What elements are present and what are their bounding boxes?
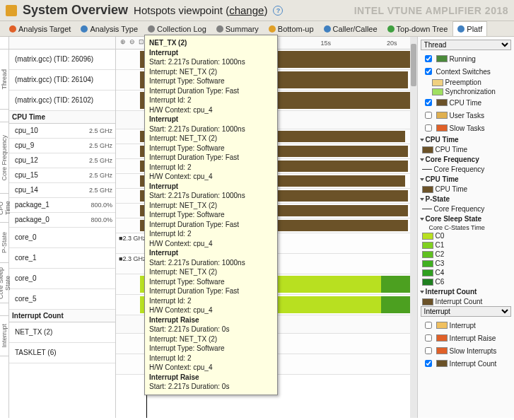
row-label[interactable]: (matrix.gcc) (TID: 26102) <box>9 91 115 111</box>
row-label[interactable]: core_0 <box>9 228 115 248</box>
help-icon[interactable]: ? <box>273 6 283 16</box>
legend-item[interactable]: Core Frequency <box>421 204 511 214</box>
group-label: CPU Time <box>0 194 11 222</box>
change-link[interactable]: change <box>229 4 264 16</box>
legend-label: Slow Tasks <box>450 124 485 132</box>
legend-label: C1 <box>436 241 445 249</box>
zoom-in-icon: ⊕ <box>119 38 127 45</box>
legend-group-header[interactable]: Core Sleep State <box>421 214 511 224</box>
legend-item[interactable]: C0 <box>421 231 511 240</box>
legend-label: C3 <box>436 259 445 267</box>
legend-item[interactable]: Slow Tasks <box>421 122 511 134</box>
legend-item[interactable]: Interrupt <box>421 319 511 332</box>
tab-caller-callee[interactable]: Caller/Callee <box>319 21 382 36</box>
group-label: Core Sleep State <box>0 263 11 303</box>
row-label[interactable]: package_1800.0% <box>9 198 115 213</box>
legend-checkbox[interactable] <box>425 334 432 342</box>
legend-panel[interactable]: ThreadRunningContext SwitchesPreemptionS… <box>417 37 514 418</box>
row-label[interactable]: core_5 <box>9 289 115 310</box>
color-swatch <box>422 233 433 240</box>
hover-tooltip: NET_TX (2)InterruptStart: 2.217s Duratio… <box>144 35 278 395</box>
legend-label: CPU Time <box>436 146 468 153</box>
legend-checkbox[interactable] <box>425 124 432 132</box>
legend-checkbox[interactable] <box>425 55 432 62</box>
legend-item[interactable]: Context Switches <box>421 65 511 78</box>
row-label[interactable]: cpu_102.5 GHz <box>9 124 115 139</box>
legend-checkbox[interactable] <box>425 322 432 329</box>
legend-item[interactable]: Core Frequency <box>421 165 511 174</box>
app-icon <box>6 5 17 16</box>
row-label[interactable]: (matrix.gcc) (TID: 26104) <box>9 70 115 91</box>
group-label: Interrupt <box>1 324 8 348</box>
legend-checkbox[interactable] <box>425 68 432 75</box>
legend-item[interactable]: Slow Interrupts <box>421 344 511 357</box>
tab-icon <box>216 25 223 33</box>
row-label[interactable]: package_0800.0% <box>9 213 115 228</box>
legend-item[interactable]: Interrupt Count <box>421 297 511 306</box>
legend-item[interactable]: CPU Time <box>421 145 511 154</box>
row-label[interactable]: NET_TX (2) <box>9 322 115 343</box>
row-label[interactable]: cpu_122.5 GHz <box>9 153 115 168</box>
row-label[interactable]: cpu_142.5 GHz <box>9 183 115 198</box>
legend-group-header[interactable]: P-State <box>421 194 511 204</box>
legend-checkbox[interactable] <box>425 347 432 354</box>
legend-item[interactable]: Running <box>421 52 511 65</box>
legend-item[interactable]: C4 <box>421 268 511 277</box>
group-label: Thread <box>1 69 8 90</box>
legend-item[interactable]: Synchronization <box>421 87 511 96</box>
tab-top-down-tree[interactable]: Top-down Tree <box>382 21 453 36</box>
row-label[interactable]: core_0 <box>9 269 115 289</box>
tab-icon <box>269 25 276 33</box>
row-label[interactable]: cpu_152.5 GHz <box>9 168 115 183</box>
legend-selector-thread[interactable]: Thread <box>421 40 511 50</box>
tab-platf[interactable]: Platf <box>452 21 487 36</box>
row-label[interactable]: (matrix.gcc) (TID: 26096) <box>9 49 115 70</box>
legend-group-header[interactable]: CPU Time <box>421 134 511 145</box>
color-swatch <box>432 79 443 86</box>
legend-item[interactable]: Preemption <box>421 78 511 87</box>
legend-item[interactable]: C1 <box>421 240 511 250</box>
legend-item[interactable]: Interrupt Raise <box>421 332 511 344</box>
row-label[interactable]: TASKLET (6) <box>9 343 115 363</box>
legend-label: Interrupt Raise <box>450 334 496 342</box>
tab-icon <box>9 25 16 33</box>
legend-group-header[interactable]: Core Frequency <box>421 154 511 165</box>
expand-icon <box>420 178 424 181</box>
legend-subheader: Core C-States Time <box>421 224 511 231</box>
legend-group-header[interactable]: CPU Time <box>421 174 511 185</box>
tab-collection-log[interactable]: Collection Log <box>143 21 211 36</box>
tab-analysis-target[interactable]: Analysis Target <box>4 21 76 36</box>
tab-label: Caller/Callee <box>333 25 378 33</box>
color-swatch <box>422 260 433 267</box>
zoom-controls[interactable]: ⊕⊖⊡ <box>119 38 146 45</box>
legend-item[interactable]: C6 <box>421 277 511 286</box>
legend-label: Synchronization <box>445 88 496 95</box>
legend-checkbox[interactable] <box>425 112 432 119</box>
legend-checkbox[interactable] <box>425 99 432 106</box>
legend-label: C2 <box>436 250 445 258</box>
line-swatch <box>422 209 432 209</box>
legend-item[interactable]: C3 <box>421 259 511 268</box>
legend-label: CPU Time <box>450 99 482 107</box>
viewpoint-text: Hotspots viewpoint (change) <box>134 4 267 16</box>
color-swatch <box>436 360 448 367</box>
row-label-column: (matrix.gcc) (TID: 26096)(matrix.gcc) (T… <box>9 37 116 418</box>
tab-summary[interactable]: Summary <box>211 21 264 36</box>
legend-item[interactable]: CPU Time <box>421 185 511 194</box>
legend-label: Slow Interrupts <box>450 347 497 355</box>
group-label: Core Frequency <box>1 135 8 181</box>
color-swatch <box>436 55 448 62</box>
tab-bottom-up[interactable]: Bottom-up <box>264 21 319 36</box>
scrollbar-thumb[interactable] <box>411 44 416 86</box>
row-label[interactable]: core_1 <box>9 248 115 269</box>
legend-group-header[interactable]: Interrupt Count <box>421 286 511 297</box>
legend-item[interactable]: User Tasks <box>421 109 511 122</box>
legend-selector-interrupt[interactable]: Interrupt <box>421 306 511 317</box>
scrollbar-vertical[interactable] <box>410 37 417 418</box>
row-label[interactable]: cpu_92.5 GHz <box>9 139 115 153</box>
tab-analysis-type[interactable]: Analysis Type <box>76 21 143 36</box>
legend-item[interactable]: CPU Time <box>421 96 511 109</box>
legend-item[interactable]: Interrupt Count <box>421 357 511 370</box>
legend-item[interactable]: C2 <box>421 250 511 259</box>
legend-checkbox[interactable] <box>425 360 432 367</box>
